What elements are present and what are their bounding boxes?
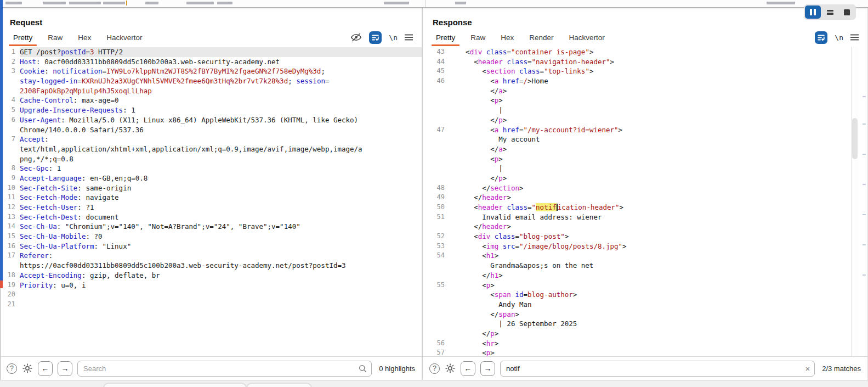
code-line[interactable]: 53 <img src="/image/blog/posts/8.jpg"> <box>429 242 867 251</box>
line-number <box>3 86 15 96</box>
code-line[interactable]: text/html,application/xhtml+xml,applicat… <box>0 144 422 154</box>
code-line[interactable]: 10Sec-Fetch-Site: same-origin <box>0 183 422 193</box>
code-line[interactable]: 13Sec-Fetch-Dest: document <box>0 212 422 222</box>
code-line[interactable]: 46 <a href=/>Home <box>429 76 867 86</box>
code-line[interactable]: 47 <a href="/my-account?id=wiener"> <box>429 125 867 135</box>
read-only-eye-icon[interactable] <box>350 32 362 42</box>
search-prev-button[interactable]: ← <box>461 361 475 376</box>
code-line[interactable]: <p> <box>429 154 867 164</box>
response-tab-raw[interactable]: Raw <box>463 28 493 47</box>
newline-icon[interactable]: \n <box>835 33 843 42</box>
line-number: 50 <box>433 203 445 212</box>
code-line[interactable]: Grandma&apos;s on the net <box>429 261 867 271</box>
code-line[interactable]: Chrome/140.0.0.0 Safari/537.36 <box>0 125 422 135</box>
code-line[interactable]: stay-logged-in=KXRnUJh2a3XUgCYNhl5VMVE%2… <box>0 76 422 86</box>
code-line[interactable]: </p> <box>429 329 867 339</box>
code-line[interactable]: https://0acf00dd03311bb0809dd5c100b200a3… <box>0 261 422 271</box>
code-line[interactable]: <p> <box>429 96 867 105</box>
editor-menu-icon[interactable] <box>405 34 413 41</box>
line-number <box>433 115 445 125</box>
code-line[interactable]: 7Accept: <box>0 134 422 144</box>
code-line[interactable]: 2Host: 0acf00dd03311bb0809dd5c100b200a3.… <box>0 57 422 67</box>
code-line[interactable]: 45 <section class="top-links"> <box>429 66 867 76</box>
request-tab-pretty[interactable]: Pretty <box>5 28 40 47</box>
layout-columns-button[interactable] <box>805 5 821 19</box>
response-tab-render[interactable]: Render <box>521 28 561 47</box>
code-line[interactable]: 8Sec-Gpc: 1 <box>0 164 422 173</box>
code-line[interactable]: 20 <box>0 290 422 300</box>
layout-rows-button[interactable] <box>822 5 838 19</box>
code-line[interactable]: 44 <header class="navigation-header"> <box>429 57 867 67</box>
newline-icon[interactable]: \n <box>389 33 398 42</box>
response-editor[interactable]: 43 <div class="container is-page">44 <he… <box>423 47 867 356</box>
code-line[interactable]: 51 Invalid email address: wiener <box>429 212 867 222</box>
request-search-input[interactable] <box>83 364 355 373</box>
search-next-button[interactable]: → <box>58 361 72 376</box>
code-line[interactable]: 19Priority: u=0, i <box>0 281 422 290</box>
response-search-input[interactable] <box>506 364 798 373</box>
line-number: 47 <box>433 125 445 135</box>
code-line[interactable]: 1GET /post?postId=3 HTTP/2 <box>0 47 422 57</box>
code-line[interactable]: 48 </section> <box>429 183 867 193</box>
clear-search-icon[interactable]: × <box>805 364 810 373</box>
code-line[interactable]: 6User-Agent: Mozilla/5.0 (X11; Linux x86… <box>0 115 422 125</box>
code-line[interactable]: 14Sec-Ch-Ua: "Chromium";v="140", "Not=A?… <box>0 222 422 232</box>
code-line[interactable]: </span> <box>429 310 867 319</box>
code-line[interactable]: </h1> <box>429 271 867 281</box>
code-line[interactable]: 12Sec-Fetch-User: ?1 <box>0 203 422 212</box>
response-tab-hackvertor[interactable]: Hackvertor <box>561 28 612 47</box>
code-line[interactable]: 9Accept-Language: en-GB,en;q=0.8 <box>0 173 422 183</box>
code-line[interactable]: My account <box>429 134 867 144</box>
layout-single-button[interactable] <box>839 5 855 19</box>
code-line[interactable]: 18Accept-Encoding: gzip, deflate, br <box>0 271 422 281</box>
code-line[interactable]: 50 <header class="notification-header"> <box>429 203 867 212</box>
request-editor[interactable]: 1GET /post?postId=3 HTTP/22Host: 0acf00d… <box>0 47 422 356</box>
code-line[interactable]: 15Sec-Ch-Ua-Mobile: ?0 <box>0 232 422 242</box>
request-tab-hackvertor[interactable]: Hackvertor <box>99 28 150 47</box>
code-line[interactable]: Andy Man <box>429 300 867 310</box>
match-tick <box>863 214 866 215</box>
settings-gear-icon[interactable] <box>445 363 456 374</box>
code-line[interactable]: 11Sec-Fetch-Mode: navigate <box>0 193 422 203</box>
scrollbar-thumb[interactable] <box>852 118 858 159</box>
code-line[interactable]: </p> <box>429 173 867 183</box>
code-line[interactable]: </a> <box>429 144 867 154</box>
response-scrollbar[interactable] <box>851 47 858 356</box>
code-line[interactable]: 43 <div class="container is-page"> <box>429 47 867 57</box>
request-tab-raw[interactable]: Raw <box>40 28 70 47</box>
code-line[interactable]: </p> <box>429 115 867 125</box>
help-icon[interactable]: ? <box>429 363 440 374</box>
response-tab-hex[interactable]: Hex <box>493 28 521 47</box>
row-fragment <box>186 2 214 4</box>
code-line[interactable]: png,*/*;q=0.8 <box>0 154 422 164</box>
code-line[interactable]: | 26 September 2025 <box>429 319 867 329</box>
code-line[interactable]: 3Cookie: notification=IYW9Lo7klppNtm2WJT… <box>0 66 422 76</box>
editor-menu-icon[interactable] <box>850 34 859 41</box>
code-line[interactable]: 54 <h1> <box>429 251 867 261</box>
response-tab-pretty[interactable]: Pretty <box>428 28 463 47</box>
code-line[interactable]: </header> <box>429 222 867 232</box>
code-line[interactable]: 55 <p> <box>429 281 867 290</box>
code-line[interactable]: 57 <p> <box>429 348 867 356</box>
code-line[interactable]: | <box>429 164 867 173</box>
code-line[interactable]: 16Sec-Ch-Ua-Platform: "Linux" <box>0 242 422 251</box>
search-next-button[interactable]: → <box>480 361 495 376</box>
code-line[interactable]: </a> <box>429 86 867 96</box>
syntax-highlight-icon[interactable] <box>369 31 382 44</box>
code-line[interactable]: 4Cache-Control: max-age=0 <box>0 96 422 105</box>
single-panel-layout-icon <box>844 9 850 15</box>
code-line[interactable]: | <box>429 105 867 115</box>
code-line[interactable]: 52 <div class="blog-post"> <box>429 232 867 242</box>
syntax-highlight-icon[interactable] <box>815 31 827 44</box>
code-line[interactable]: 56 <hr> <box>429 339 867 349</box>
code-line[interactable]: 5Upgrade-Insecure-Requests: 1 <box>0 105 422 115</box>
help-icon[interactable]: ? <box>7 363 17 374</box>
code-line[interactable]: 2J08FapOkBp2qMpiulp4hJ5xoqLlLhap <box>0 86 422 96</box>
code-line[interactable]: 17Referer: <box>0 251 422 261</box>
settings-gear-icon[interactable] <box>22 363 33 374</box>
code-line[interactable]: <span id=blog-author> <box>429 290 867 300</box>
code-line[interactable]: 49 </header> <box>429 193 867 203</box>
code-line[interactable]: 21 <box>0 300 422 310</box>
request-tab-hex[interactable]: Hex <box>70 28 99 47</box>
search-prev-button[interactable]: ← <box>38 361 53 376</box>
